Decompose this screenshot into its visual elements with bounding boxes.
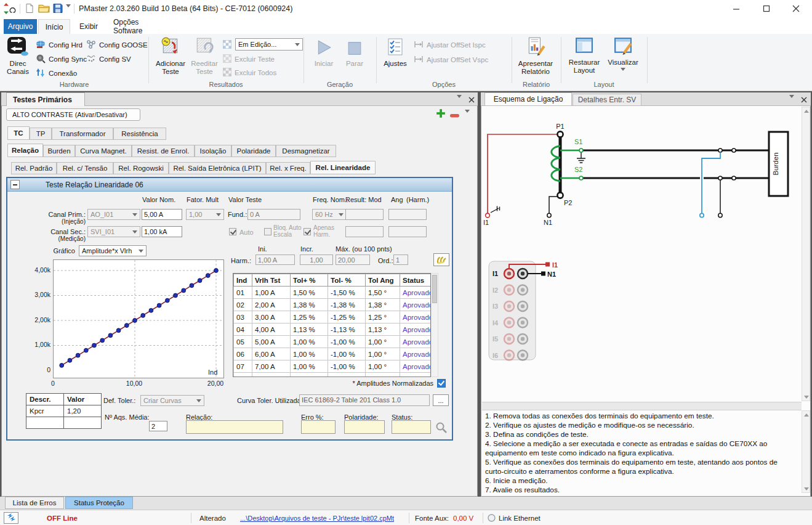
header-result-mod: Result: Mod [345,196,382,203]
toolbar-options-dropdown-icon[interactable] [66,7,71,16]
visualizar-button[interactable]: Visualizar [605,36,641,71]
y-tick: 0 [23,366,50,373]
hand-icon [436,254,447,266]
tab-lista-de-erros[interactable]: Lista de Erros [5,497,64,509]
tab-tp[interactable]: TP [30,128,52,140]
scrollbar-thumb[interactable] [432,275,437,303]
aqs-input[interactable]: 2 [149,421,167,431]
panel-close-icon[interactable] [468,96,475,105]
sync-button[interactable] [4,512,18,524]
panel-menu-icon[interactable] [789,98,794,107]
alto-contraste-button[interactable]: ALTO CONTRASTE (Ativar/Desativar) [6,108,140,121]
apenas-label-2: Harm. [313,231,330,238]
config-goose-button[interactable]: Config GOOSE [86,39,148,50]
separator [20,4,20,14]
restaurar-layout-button[interactable]: Restaurar Layout [565,36,603,75]
tab-inicio[interactable]: Início [38,19,70,34]
tab-rel-linearidade[interactable]: Rel. Linearidade [310,161,376,174]
config-sync-button[interactable]: Config Sync [36,54,87,64]
adicionar-teste-button[interactable]: Adicionar Teste [154,36,187,76]
s1-label: S1 [574,138,582,145]
tab-rel-padrao[interactable]: Rel. Padrão [11,162,57,174]
globe-icon [36,40,46,50]
valor-nom-sec-input[interactable]: 1,00 kA [142,226,182,237]
scroll-down-icon[interactable] [804,487,809,490]
y-tick: 2,00k [23,316,50,324]
maximize-button[interactable] [753,0,780,17]
direct-channels-icon [7,36,29,58]
scroll-up-icon[interactable] [804,110,809,113]
collapse-test-button[interactable] [10,180,20,189]
instructions-scrollbar[interactable] [802,410,810,493]
panel-close-icon[interactable] [801,96,807,105]
panel-menu-icon[interactable] [457,98,462,107]
diagram-scrollbar[interactable] [802,107,810,401]
table-row[interactable]: 055,00 A1,00 %-1,00 %1,00 °Aprovado [234,336,431,348]
apply-harm-button[interactable] [433,253,449,266]
goose-network-icon [86,39,96,51]
panel-splitter[interactable] [482,402,802,410]
svg-text:I5: I5 [492,335,498,343]
table-row[interactable]: 088,00 A1,00 %-1,00 %1,00 °Aprovado [234,373,431,378]
tab-relacao[interactable]: Relação [7,144,43,157]
close-button[interactable] [782,0,810,17]
tab-resistencia[interactable]: Resistência [113,128,166,140]
tab-exibir[interactable]: Exibir [73,19,105,34]
table-row[interactable]: 044,00 A1,13 %-1,13 %1,13 °Aprovado [234,324,431,336]
conexao-button[interactable]: Conexão [36,68,77,78]
tab-rel-freq[interactable]: Rel. x Freq. [266,162,310,174]
tab-esquema-ligacao[interactable]: Esquema de Ligação [484,92,572,106]
tab-burden[interactable]: Burden [43,145,75,157]
tab-curva-magnet[interactable]: Curva Magnet. [75,145,132,157]
file-path-link[interactable]: ...\Desktop\Arquivos de teste - PJr\test… [240,515,394,522]
amplitudes-checkbox[interactable] [437,379,446,388]
scroll-up-icon[interactable] [804,413,809,417]
tab-testes-primarios[interactable]: Testes Primários [6,92,85,106]
table-row[interactable]: 066,00 A1,00 %-1,00 %1,00 °Aprovado [234,348,431,360]
tab-tc[interactable]: TC [7,126,30,140]
table-row[interactable]: 011,00 A1,50 %-1,50 %1,50 °Aprovado [234,287,431,299]
table-row[interactable]: 022,00 A1,38 %-1,38 %1,38 °Aprovado [234,299,431,311]
tab-desmagnetizar[interactable]: Desmagnetizar [276,145,336,157]
tab-arquivo[interactable]: Arquivo [4,19,37,34]
magnifier-icon[interactable] [435,421,448,436]
tab-detalhes-sv[interactable]: Detalhes Entr. SV [573,94,641,106]
group-label-hardware: Hardware [0,81,148,88]
config-sv-button[interactable]: Config SV [86,54,131,64]
tab-rel-lpit[interactable]: Rel. Saída Eletrônica (LPIT) [169,162,266,174]
table-scrollbar[interactable] [431,273,438,377]
group-label-opcoes: Opções [376,81,512,88]
curva-more-button[interactable]: ... [433,394,449,406]
results-table-container[interactable]: Ind Vrlh Tst Tol+ % Tol- % Tol Ang Statu… [233,273,431,377]
tab-rel-tensao[interactable]: Rel. c/ Tensão [57,162,113,174]
instruction-line: 2. Verifique os ajustes de medição e mod… [485,421,795,430]
direc-canais-button[interactable]: Direc Canais [4,36,32,76]
open-file-button[interactable] [38,3,50,15]
new-file-button[interactable] [25,3,34,15]
tab-opcoes-software[interactable]: Opções Software [106,19,175,34]
tab-polaridade[interactable]: Polaridade [231,145,276,157]
tab-isolacao[interactable]: Isolação [195,145,231,157]
tab-rel-rogowski[interactable]: Rel. Rogowski [113,162,169,174]
tab-transformador[interactable]: Transformador [52,128,113,140]
save-button[interactable] [53,3,63,15]
em-edicao-dropdown[interactable]: Em Edição... [235,38,303,51]
add-test-plus-icon[interactable] [436,108,446,120]
scroll-down-icon[interactable] [804,396,809,399]
apresentar-relatorio-button[interactable]: Apresentar Relatório [516,36,555,76]
group-separator [376,37,377,83]
p2-terminal [557,192,563,198]
table-row[interactable]: 077,00 A1,00 %-1,00 %1,00 °Aprovado [234,360,431,373]
config-hrd-button[interactable]: Config Hrd [36,39,82,50]
remove-test-minus-icon[interactable] [449,112,460,120]
tab-resist-enrol[interactable]: Resist. de Enrol. [132,145,195,157]
ajustes-button[interactable]: Ajustes [380,36,410,68]
grafico-combo[interactable]: Amplitude*x Vlrh [79,245,147,256]
test-options-dropdown-icon[interactable] [465,113,470,121]
instruction-line: 5. Verifique as conexões dos terminais d… [485,458,795,476]
tab-status-protecao[interactable]: Status Proteção [65,497,133,509]
table-row[interactable]: 033,00 A1,25 %-1,25 %1,25 °Aprovado [234,311,431,324]
minimize-button[interactable] [723,0,750,17]
p2-label: P2 [564,199,572,206]
valor-nom-prim-input[interactable]: 5,00 A [142,209,182,220]
